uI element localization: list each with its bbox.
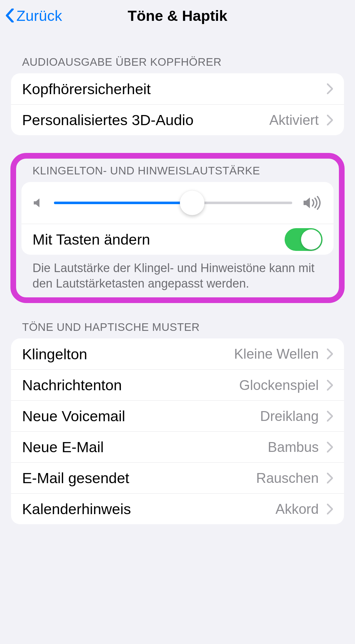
- row-value: Bambus: [268, 439, 319, 455]
- toggle-change-with-buttons[interactable]: [285, 228, 322, 251]
- back-button[interactable]: Zurück: [6, 0, 62, 31]
- row-sound-pattern[interactable]: KalenderhinweisAkkord: [11, 493, 344, 524]
- section-header-headphones: Audioausgabe über Kopfhörer: [11, 56, 344, 73]
- row-value: Rauschen: [256, 470, 319, 486]
- nav-bar: Zurück Töne & Haptik: [0, 0, 355, 31]
- row-headphone-safety[interactable]: Kopfhörersicherheit: [11, 73, 344, 104]
- volume-low-icon: [33, 197, 44, 209]
- row-value: Kleine Wellen: [234, 346, 319, 362]
- highlight-ringer-section: Klingelton- und Hinweislautstärke: [10, 153, 345, 303]
- chevron-right-icon: [327, 380, 333, 391]
- row-sound-pattern[interactable]: Neue VoicemailDreiklang: [11, 400, 344, 431]
- back-label: Zurück: [16, 7, 62, 24]
- row-label: Neue Voicemail: [22, 407, 125, 425]
- row-label: Klingelton: [22, 345, 87, 363]
- section-footer-ringer: Die Lautstärke der Klingel- und Hinweist…: [16, 255, 339, 291]
- section-header-patterns: Töne und haptische Muster: [11, 321, 344, 338]
- row-label: Neue E-Mail: [22, 438, 104, 456]
- chevron-right-icon: [327, 504, 333, 514]
- row-label: Kalenderhinweis: [22, 500, 131, 518]
- slider-fill: [54, 202, 192, 204]
- section-header-ringer: Klingelton- und Hinweislautstärke: [16, 164, 339, 182]
- row-value: Akkord: [275, 501, 319, 517]
- row-label: Personalisiertes 3D-Audio: [22, 111, 193, 129]
- card-patterns: KlingeltonKleine WellenNachrichtentonGlo…: [11, 338, 344, 524]
- slider-thumb[interactable]: [180, 191, 204, 215]
- row-value: Dreiklang: [260, 408, 319, 424]
- chevron-right-icon: [327, 442, 333, 453]
- chevron-right-icon: [327, 83, 333, 94]
- row-sound-pattern[interactable]: E-Mail gesendetRauschen: [11, 462, 344, 493]
- chevron-right-icon: [327, 115, 333, 125]
- page-title: Töne & Haptik: [128, 7, 228, 24]
- row-sound-pattern[interactable]: NachrichtentonGlockenspiel: [11, 369, 344, 400]
- chevron-right-icon: [327, 473, 333, 483]
- row-ringer-volume-slider: [21, 182, 334, 224]
- toggle-knob: [301, 229, 321, 250]
- row-personalized-spatial-audio[interactable]: Personalisiertes 3D-Audio Aktiviert: [11, 104, 344, 135]
- row-change-with-buttons[interactable]: Mit Tasten ändern: [21, 224, 334, 255]
- ringer-volume-slider[interactable]: [54, 193, 292, 212]
- row-value: Aktiviert: [269, 112, 319, 128]
- chevron-right-icon: [327, 411, 333, 422]
- row-value: Glockenspiel: [239, 377, 319, 393]
- card-ringer: Mit Tasten ändern: [21, 182, 334, 255]
- row-label: Mit Tasten ändern: [33, 231, 150, 248]
- card-headphones: Kopfhörersicherheit Personalisiertes 3D-…: [11, 73, 344, 135]
- row-sound-pattern[interactable]: KlingeltonKleine Wellen: [11, 338, 344, 369]
- row-label: E-Mail gesendet: [22, 469, 129, 487]
- chevron-left-icon: [6, 9, 14, 22]
- row-label: Nachrichtenton: [22, 376, 122, 394]
- chevron-right-icon: [327, 349, 333, 359]
- row-label: Kopfhörersicherheit: [22, 80, 151, 98]
- volume-high-icon: [302, 196, 322, 210]
- row-sound-pattern[interactable]: Neue E-MailBambus: [11, 431, 344, 462]
